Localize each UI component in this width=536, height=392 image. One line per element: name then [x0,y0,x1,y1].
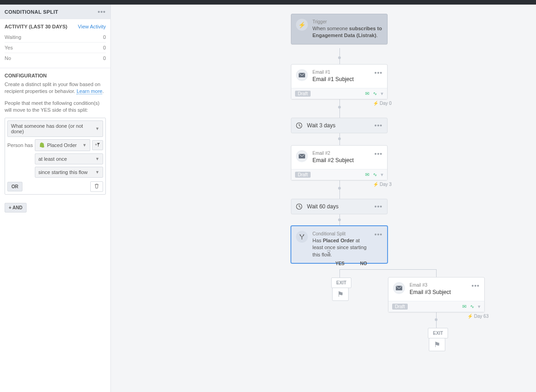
analytics-icon[interactable]: ∿ [373,91,377,97]
frequency-select[interactable]: at least once▼ [35,153,103,164]
sidebar-header: CONDITIONAL SPLIT ••• [0,5,110,19]
node-label: Email #2 [312,150,370,157]
activity-section: ACTIVITY (LAST 30 DAYS) View Activity Wa… [0,19,110,68]
trash-icon [94,184,99,189]
trigger-text: When someone subscribes to Engagement Da… [312,25,383,39]
connector-line [339,269,340,278]
email-icon [296,69,308,81]
exit-button[interactable]: EXIT [428,328,448,338]
connector-dot [435,318,438,321]
split-icon [296,231,308,243]
filter-icon[interactable]: ▾ [478,304,481,310]
email-icon [393,282,405,294]
more-icon[interactable]: ••• [471,282,480,296]
filter-icon[interactable]: ▾ [381,172,383,178]
email-subject: Email #2 Subject [312,157,370,164]
filter-icon: + [95,142,100,147]
day-tag: ⚡ Day 3 [373,182,392,187]
event-select[interactable]: Placed Order ▼ [35,139,90,151]
more-icon[interactable]: ••• [374,150,383,164]
wait-2-node[interactable]: Wait 60 days ••• [291,199,388,214]
view-activity-link[interactable]: View Activity [78,24,106,29]
check-icon[interactable]: ✉ [462,304,466,310]
person-has-label: Person has [7,142,33,148]
more-icon[interactable]: ••• [374,122,383,129]
connector-dot [338,137,341,140]
connector-dot [338,187,341,190]
clock-icon [296,203,302,210]
node-label: Email #1 [312,69,370,76]
add-filter-button[interactable]: + [92,140,103,150]
node-label: Trigger [312,19,383,25]
flag-button[interactable]: ⚑ [429,338,445,351]
activity-row-no: No0 [5,53,106,63]
yes-label: YES [335,261,345,266]
draft-badge: Draft [392,304,408,310]
draft-badge: Draft [295,172,311,178]
node-label: Conditional Split [312,231,370,237]
condition-box: What someone has done (or not done)▼ Per… [5,118,106,195]
shopify-icon [38,142,45,148]
more-icon[interactable]: ••• [374,231,383,258]
email-icon [296,150,308,162]
more-icon[interactable]: ••• [374,203,383,210]
node-label: Email #3 [410,282,467,289]
config-description-2: People that meet the following condition… [5,100,106,114]
day-tag: ⚡ Day 63 [467,314,488,319]
timeframe-select[interactable]: since starting this flow▼ [35,167,103,178]
conditional-split-node[interactable]: Conditional Split Has Placed Order at le… [291,226,388,263]
config-description: Create a distinct split in your flow bas… [5,81,106,95]
connector-line [436,269,437,278]
wait-1-node[interactable]: Wait 3 days ••• [291,118,388,133]
email-1-node[interactable]: Email #1 Email #1 Subject ••• Draft ✉∿▾ [291,64,388,99]
flow-canvas[interactable]: ⚡ Trigger When someone subscribes to Eng… [111,5,536,392]
svg-text:+: + [95,142,97,147]
and-button[interactable]: + AND [5,203,27,212]
condition-type-select[interactable]: What someone has done (or not done)▼ [7,120,103,137]
clock-icon [296,122,302,129]
draft-badge: Draft [295,91,311,97]
day-tag: ⚡ Day 0 [373,101,392,106]
flag-button[interactable]: ⚑ [332,288,349,301]
check-icon[interactable]: ✉ [365,91,369,97]
activity-row-waiting: Waiting0 [5,32,106,43]
analytics-icon[interactable]: ∿ [470,304,474,310]
activity-row-yes: Yes0 [5,43,106,53]
connector-dot [338,56,341,59]
email-2-node[interactable]: Email #2 Email #2 Subject ••• Draft ✉∿▾ [291,145,388,180]
chevron-down-icon: ▼ [95,126,99,131]
more-icon[interactable]: ••• [98,8,106,16]
sidebar-title: CONDITIONAL SPLIT [5,9,58,15]
top-bar [0,0,536,5]
analytics-icon[interactable]: ∿ [373,172,377,178]
connector-line [339,269,436,270]
or-button[interactable]: OR [7,182,22,191]
connector-dot [338,106,341,109]
connector-dot [338,218,341,221]
chevron-down-icon: ▼ [82,143,87,147]
cursor-icon: ☟ [327,249,330,256]
exit-button[interactable]: EXIT [331,278,351,288]
activity-header: ACTIVITY (LAST 30 DAYS) [5,24,67,29]
chevron-down-icon: ▼ [95,170,99,174]
config-section: CONFIGURATION Create a distinct split in… [0,68,110,199]
no-label: NO [360,261,367,266]
learn-more-link[interactable]: Learn more [77,88,102,94]
sidebar-panel: CONDITIONAL SPLIT ••• ACTIVITY (LAST 30 … [0,5,111,392]
split-text: Has Placed Order at least once since sta… [312,237,370,258]
more-icon[interactable]: ••• [374,69,383,83]
chevron-down-icon: ▼ [95,157,99,161]
delete-condition-button[interactable] [90,181,103,192]
email-subject: Email #1 Subject [312,76,370,83]
trigger-node[interactable]: ⚡ Trigger When someone subscribes to Eng… [291,14,388,44]
email-subject: Email #3 Subject [410,289,467,296]
bolt-icon: ⚡ [296,19,308,31]
filter-icon[interactable]: ▾ [381,91,383,97]
email-3-node[interactable]: Email #3 Email #3 Subject ••• Draft ✉∿▾ [388,277,485,312]
config-header: CONFIGURATION [5,73,106,78]
check-icon[interactable]: ✉ [365,172,369,178]
